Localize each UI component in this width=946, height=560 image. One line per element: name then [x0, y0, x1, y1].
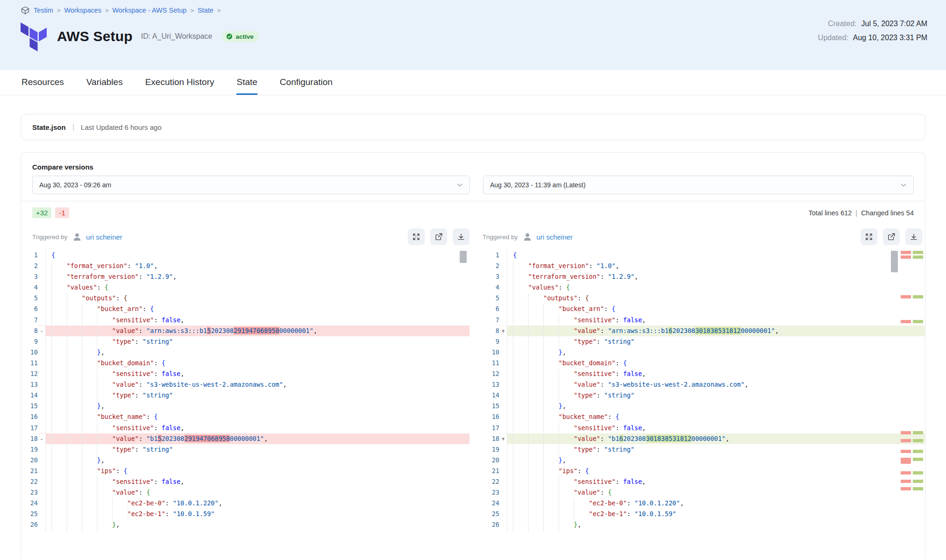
ruler-mark-removed	[901, 450, 911, 453]
download-button[interactable]	[905, 228, 922, 245]
line-number: 27	[21, 530, 38, 532]
tab-configuration[interactable]: Configuration	[280, 70, 333, 95]
breadcrumb-item-testim[interactable]: Testim	[34, 7, 53, 14]
left-panel-header: Triggered by uri scheiner	[21, 228, 469, 245]
code-line: 14"type": "string"	[483, 390, 925, 401]
code-line: 12"sensitive": false,	[483, 369, 925, 379]
line-number: 21	[21, 466, 38, 476]
state-filename: State.json	[32, 123, 66, 131]
breadcrumb-item-workspace-aws-setup[interactable]: Workspace - AWS Setup	[113, 7, 187, 14]
code-line: 2"format_version": "1.0",	[483, 261, 925, 271]
triggered-by-user-link[interactable]: uri scheiner	[86, 233, 122, 241]
compare-versions-heading: Compare versions	[32, 163, 914, 171]
diff-panel-old-version: 1{2"format_version": "1.0",3"terraform_v…	[21, 250, 469, 532]
line-number: 24	[483, 498, 499, 509]
code-line: 1{	[21, 250, 469, 261]
code-line: 13"value": "s3-website-us-west-2.amazona…	[483, 379, 925, 390]
ruler-mark-added	[913, 251, 923, 254]
breadcrumb-separator: >	[105, 7, 109, 14]
expand-icon	[865, 233, 873, 241]
created-label: Created:	[828, 20, 856, 28]
code-line: 16"bucket_name": {	[21, 411, 469, 422]
code-line: 10},	[483, 347, 925, 358]
diff-panel-new-version: 1{2"format_version": "1.0",3"terraform_v…	[483, 250, 925, 532]
line-number: 3	[21, 271, 38, 282]
updated-value: Aug 10, 2023 3:31 PM	[853, 34, 927, 42]
code-line: 19"type": "string"	[21, 444, 469, 455]
code-line: 21"ips": {	[21, 466, 469, 476]
tab-execution-history[interactable]: Execution History	[145, 70, 214, 95]
expand-button[interactable]	[408, 228, 425, 245]
line-number: 4	[483, 282, 499, 293]
code-line: 5"outputs": {	[483, 293, 925, 304]
workspace-meta: Created: Jul 5, 2023 7:02 AM Updated: Au…	[818, 20, 927, 48]
breadcrumb-separator: >	[217, 7, 221, 14]
code-line: 24"ec2-be-0": "10.0.1.220",	[21, 498, 469, 509]
triggered-by-label: Triggered by	[483, 234, 518, 241]
triggered-by-label: Triggered by	[32, 234, 67, 241]
diff-sign: +	[499, 326, 507, 337]
tab-variables[interactable]: Variables	[86, 70, 123, 95]
line-number: 25	[21, 509, 38, 519]
code-line: 21"ips": {	[483, 466, 925, 476]
breadcrumb-separator: >	[190, 7, 194, 14]
download-icon	[457, 233, 465, 241]
breadcrumb-item-state[interactable]: State	[198, 7, 213, 14]
line-number: 11	[21, 358, 38, 369]
code-line: 6"bucket_arn": {	[21, 304, 469, 314]
right-panel-header: Triggered by uri scheiner	[483, 228, 925, 245]
compare-versions-card: Compare versions Aug 30, 2023 - 09:26 am…	[21, 152, 925, 560]
code-line: 18+"value": "b16202308301838531812000000…	[483, 433, 925, 444]
ruler-mark-removed	[901, 480, 911, 483]
code-editor-old: 1{2"format_version": "1.0",3"terraform_v…	[21, 250, 469, 532]
status-badge-label: active	[235, 33, 253, 40]
line-number: 25	[483, 509, 499, 519]
line-number: 10	[21, 347, 38, 358]
scrollbar-thumb[interactable]	[460, 251, 467, 263]
tab-resources[interactable]: Resources	[21, 70, 64, 95]
code-line: 13"value": "s3-website-us-west-2.amazona…	[21, 379, 469, 390]
chevron-down-icon	[900, 182, 907, 188]
line-number: 22	[21, 476, 38, 487]
code-line: 11"bucket_domain": {	[483, 358, 925, 369]
terraform-logo-icon	[21, 21, 47, 51]
code-line: 17"sensitive": false,	[483, 423, 925, 433]
line-number: 20	[21, 455, 38, 466]
line-number: 3	[483, 271, 499, 282]
ruler-mark-added	[913, 255, 923, 259]
ruler-mark-removed	[901, 487, 911, 490]
breadcrumb-item-workspaces[interactable]: Workspaces	[64, 7, 102, 14]
ruler-mark-removed	[901, 458, 911, 464]
check-circle-icon	[226, 33, 233, 40]
breadcrumb: Testim > Workspaces > Workspace - AWS Se…	[21, 6, 927, 15]
expand-button[interactable]	[861, 228, 877, 245]
line-number: 18	[21, 433, 38, 444]
code-line: 9"type": "string"	[21, 336, 469, 347]
ruler-mark-removed	[901, 471, 911, 475]
line-number: 7	[483, 315, 499, 326]
version-select-right[interactable]: Aug 30, 2023 - 11:39 am (Latest)	[483, 176, 914, 194]
line-number: 5	[21, 293, 38, 304]
version-select-left[interactable]: Aug 30, 2023 - 09:26 am	[32, 176, 470, 194]
line-number: 9	[483, 336, 499, 347]
tab-state[interactable]: State	[236, 70, 257, 95]
divider: |	[72, 122, 74, 132]
line-number: 17	[21, 423, 38, 433]
line-number: 22	[483, 476, 499, 487]
open-in-new-button[interactable]	[883, 228, 900, 245]
triggered-by-user-link[interactable]: uri scheiner	[536, 233, 573, 241]
line-number: 15	[21, 401, 38, 411]
ruler-mark-added	[913, 431, 923, 434]
tab-label: Variables	[86, 77, 123, 87]
line-number: 20	[483, 455, 499, 466]
ruler-mark-added	[913, 487, 923, 490]
open-in-new-button[interactable]	[430, 228, 447, 245]
updated-label: Updated:	[818, 34, 848, 42]
scrollbar-thumb[interactable]	[891, 251, 898, 272]
package-icon	[21, 6, 30, 15]
line-number: 21	[483, 466, 499, 476]
code-line: 19"type": "string"	[483, 444, 925, 455]
diff-sign: -	[38, 434, 45, 445]
download-button[interactable]	[453, 228, 469, 245]
line-number: 13	[483, 379, 499, 390]
